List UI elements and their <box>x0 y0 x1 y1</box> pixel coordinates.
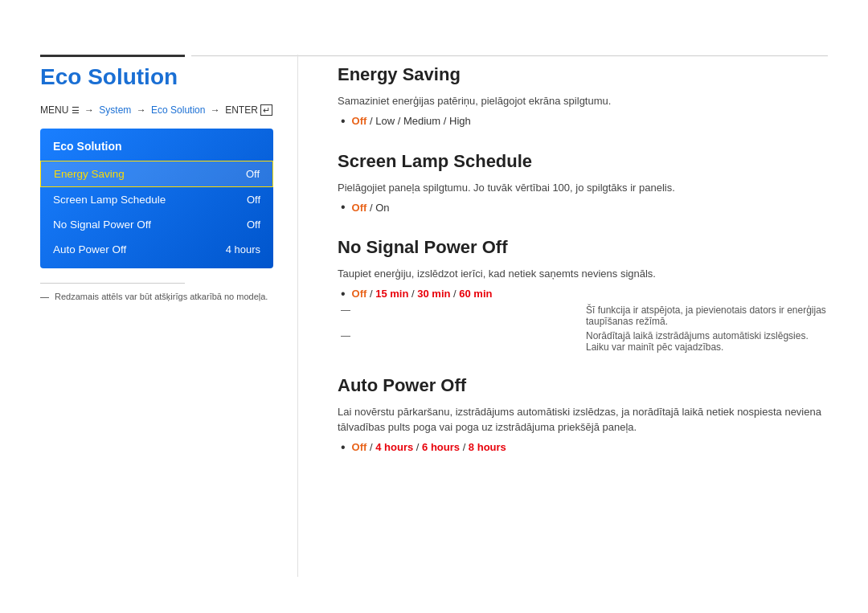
breadcrumb-arrow-1: → <box>84 104 96 116</box>
no-signal-note-text-2: Norādītajā laikā izstrādājums automātisk… <box>586 330 828 353</box>
opt-off-3: Off <box>352 288 367 300</box>
em-dash-1: ― <box>341 304 583 316</box>
opt-sep-4: / <box>366 202 375 214</box>
opt-low: Low <box>375 115 395 127</box>
opt-off-4: Off <box>352 441 367 453</box>
screen-lamp-title: Screen Lamp Schedule <box>338 151 828 172</box>
breadcrumb-enter: ENTER ↵ <box>225 104 272 116</box>
opt-off-1: Off <box>352 115 367 127</box>
note-dash: ― <box>40 292 49 301</box>
menu-item-auto-power-value: 4 hours <box>226 243 260 255</box>
breadcrumb-arrow-2: → <box>137 104 149 116</box>
opt-8hours: 8 hours <box>469 441 506 453</box>
menu-item-screen-lamp[interactable]: Screen Lamp Schedule Off <box>40 187 273 212</box>
energy-saving-desc: Samaziniet enerģijas patēriņu, pielāgojo… <box>338 93 828 109</box>
note-content: Redzamais attēls var būt atšķirīgs atkar… <box>55 292 268 301</box>
top-divider <box>40 55 828 57</box>
opt-sep-8: / <box>366 441 375 453</box>
opt-30min: 30 min <box>417 288 450 300</box>
breadcrumb-menu: MENU ☰ <box>40 104 80 116</box>
menu-item-no-signal-value: Off <box>247 219 260 231</box>
breadcrumb-eco-solution: Eco Solution <box>151 104 205 116</box>
opt-sep-7: / <box>450 288 459 300</box>
bullet-dot-4: • <box>341 440 346 455</box>
opt-off-2: Off <box>352 202 367 214</box>
left-note: ― Redzamais attēls var būt atšķirīgs atk… <box>40 292 289 301</box>
no-signal-note-1: ― Šī funkcija ir atspējota, ja pievienot… <box>341 304 828 327</box>
section-auto-power: Auto Power Off Lai novērstu pārkaršanu, … <box>338 375 828 455</box>
opt-sep-10: / <box>460 441 469 453</box>
bullet-dot-1: • <box>341 114 346 129</box>
right-panel: Energy Saving Samaziniet enerģijas patēr… <box>338 64 828 477</box>
bullet-dot-2: • <box>341 200 346 215</box>
auto-power-options: • Off / 4 hours / 6 hours / 8 hours <box>341 440 828 455</box>
section-energy-saving: Energy Saving Samaziniet enerģijas patēr… <box>338 64 828 129</box>
auto-power-desc: Lai novērstu pārkaršanu, izstrādājums au… <box>338 404 828 435</box>
screen-lamp-desc: Pielāgojiet paneļa spilgtumu. Jo tuvāk v… <box>338 180 828 196</box>
auto-power-title: Auto Power Off <box>338 375 828 396</box>
menu-box-title: Eco Solution <box>40 135 273 161</box>
no-signal-note-2: ― Norādītajā laikā izstrādājums automāti… <box>341 330 828 353</box>
left-divider <box>40 283 185 284</box>
opt-sep-1: / <box>366 115 375 127</box>
page-title: Eco Solution <box>40 64 289 90</box>
opt-6hours: 6 hours <box>422 441 460 453</box>
section-no-signal: No Signal Power Off Taupiet enerģiju, iz… <box>338 237 828 353</box>
opt-sep-2: / <box>395 115 403 127</box>
breadcrumb-arrow-3: → <box>211 104 223 116</box>
menu-item-energy-saving-label: Energy Saving <box>54 168 125 180</box>
no-signal-desc: Taupiet enerģiju, izslēdzot ierīci, kad … <box>338 266 828 282</box>
opt-15min: 15 min <box>375 288 408 300</box>
bullet-dot-3: • <box>341 287 346 301</box>
energy-saving-options: • Off / Low / Medium / High <box>341 114 828 129</box>
menu-item-auto-power[interactable]: Auto Power Off 4 hours <box>40 237 273 262</box>
section-screen-lamp: Screen Lamp Schedule Pielāgojiet paneļa … <box>338 151 828 215</box>
menu-item-screen-lamp-value: Off <box>247 194 260 206</box>
menu-item-no-signal[interactable]: No Signal Power Off Off <box>40 212 273 237</box>
opt-high: High <box>449 115 471 127</box>
breadcrumb: MENU ☰ → System → Eco Solution → ENTER ↵ <box>40 104 289 116</box>
left-panel: Eco Solution MENU ☰ → System → Eco Solut… <box>40 64 289 301</box>
energy-saving-title: Energy Saving <box>338 64 828 85</box>
opt-sep-5: / <box>366 288 375 300</box>
no-signal-note-text-1: Šī funkcija ir atspējota, ja pievienotai… <box>586 304 828 327</box>
opt-medium: Medium <box>403 115 440 127</box>
vertical-divider <box>297 55 298 577</box>
opt-sep-3: / <box>440 115 449 127</box>
no-signal-options: • Off / 15 min / 30 min / 60 min <box>341 287 828 301</box>
em-dash-2: ― <box>341 330 583 341</box>
breadcrumb-system: System <box>99 104 131 116</box>
eco-solution-menu: Eco Solution Energy Saving Off Screen La… <box>40 129 273 268</box>
opt-60min: 60 min <box>459 288 492 300</box>
top-line-left <box>40 55 185 57</box>
menu-item-screen-lamp-label: Screen Lamp Schedule <box>53 194 166 206</box>
screen-lamp-options: • Off / On <box>341 200 828 215</box>
opt-sep-6: / <box>408 288 417 300</box>
opt-on: On <box>375 202 389 214</box>
top-line-right <box>191 55 828 56</box>
menu-item-no-signal-label: No Signal Power Off <box>53 219 151 231</box>
menu-item-auto-power-label: Auto Power Off <box>53 243 126 255</box>
opt-4hours: 4 hours <box>375 441 413 453</box>
opt-sep-9: / <box>413 441 422 453</box>
no-signal-title: No Signal Power Off <box>338 237 828 258</box>
menu-item-energy-saving-value: Off <box>246 168 260 180</box>
menu-item-energy-saving[interactable]: Energy Saving Off <box>40 161 273 187</box>
